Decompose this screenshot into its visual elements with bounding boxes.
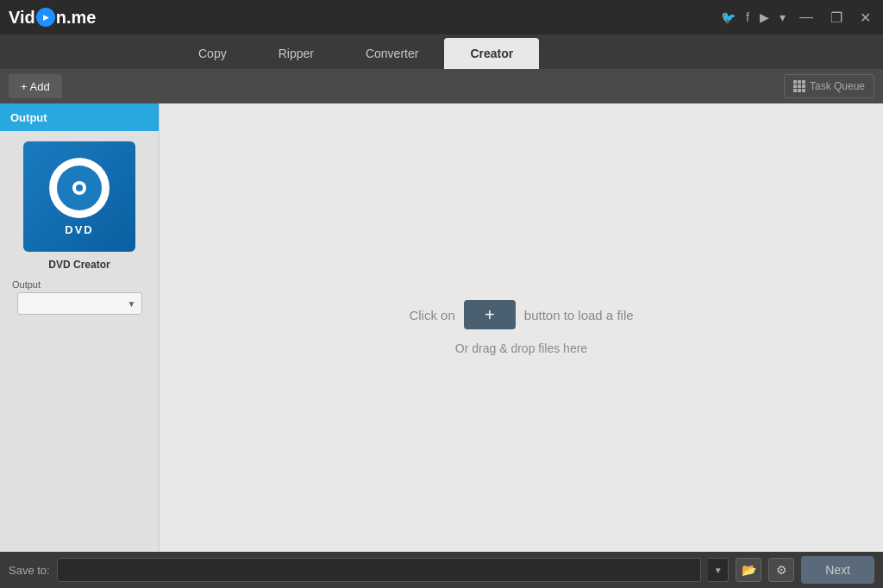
sidebar-content: DVD DVD Creator Output ▼ (0, 131, 159, 325)
settings-icon: ⚙ (776, 563, 787, 577)
drop-hint: Click on + button to load a file Or drag… (409, 300, 633, 355)
main-area: Output DVD DVD Creator Output ▼ (0, 103, 883, 552)
click-suffix-text: button to load a file (524, 308, 634, 322)
task-queue-button[interactable]: Task Queue (784, 74, 874, 98)
bottombar: Save to: ▼ 📂 ⚙ Next (0, 552, 883, 588)
youtube-icon[interactable]: ▶ (760, 10, 769, 24)
close-button[interactable]: ✕ (856, 8, 874, 28)
next-button[interactable]: Next (801, 556, 874, 584)
tab-ripper[interactable]: Ripper (253, 38, 340, 69)
sidebar-header: Output (0, 103, 159, 131)
app-logo: Vid n.me (9, 3, 112, 32)
twitter-icon[interactable]: 🐦 (721, 10, 736, 24)
add-button[interactable]: + Add (9, 74, 62, 98)
save-path-input[interactable] (57, 558, 702, 582)
dvd-creator-thumbnail[interactable]: DVD (23, 141, 135, 252)
click-hint-row: Click on + button to load a file (409, 300, 633, 329)
tab-copy[interactable]: Copy (172, 38, 253, 69)
sidebar: Output DVD DVD Creator Output ▼ (0, 103, 160, 552)
task-queue-label: Task Queue (810, 80, 865, 92)
output-field-label: Output (12, 279, 41, 290)
dvd-disc-inner (57, 166, 102, 210)
tab-creator[interactable]: Creator (444, 38, 539, 69)
titlebar: Vid n.me 🐦 f ▶ ▾ — ❐ ✕ (0, 0, 883, 34)
click-prefix-text: Click on (409, 308, 454, 322)
dvd-disc-center (72, 181, 86, 195)
add-file-button[interactable]: + (464, 300, 516, 329)
titlebar-right: 🐦 f ▶ ▾ — ❐ ✕ (721, 8, 874, 28)
task-queue-grid-icon (793, 80, 805, 92)
browse-folder-button[interactable]: 📂 (736, 558, 761, 582)
tab-converter[interactable]: Converter (340, 38, 444, 69)
dvd-disc (49, 158, 110, 218)
output-dropdown[interactable]: ▼ (17, 292, 142, 315)
dvd-creator-label: DVD Creator (48, 259, 110, 271)
drag-hint-text: Or drag & drop files here (455, 341, 587, 355)
save-path-dropdown-arrow[interactable]: ▼ (708, 558, 729, 582)
logo-play-icon (36, 8, 55, 27)
dropdown-icon[interactable]: ▾ (780, 10, 786, 24)
settings-button[interactable]: ⚙ (768, 558, 794, 582)
maximize-button[interactable]: ❐ (827, 8, 846, 28)
dvd-disc-hole (76, 185, 83, 191)
toolbar: + Add Task Queue (0, 69, 883, 103)
save-to-label: Save to: (9, 564, 50, 577)
minimize-button[interactable]: — (796, 8, 817, 27)
content-area: Click on + button to load a file Or drag… (160, 103, 883, 552)
facebook-icon[interactable]: f (746, 10, 749, 24)
folder-icon: 📂 (742, 563, 756, 577)
logo-area: Vid n.me (9, 3, 112, 32)
navbar: Copy Ripper Converter Creator (0, 34, 883, 69)
dvd-label-text: DVD (65, 223, 93, 236)
output-dropdown-arrow: ▼ (128, 299, 136, 309)
